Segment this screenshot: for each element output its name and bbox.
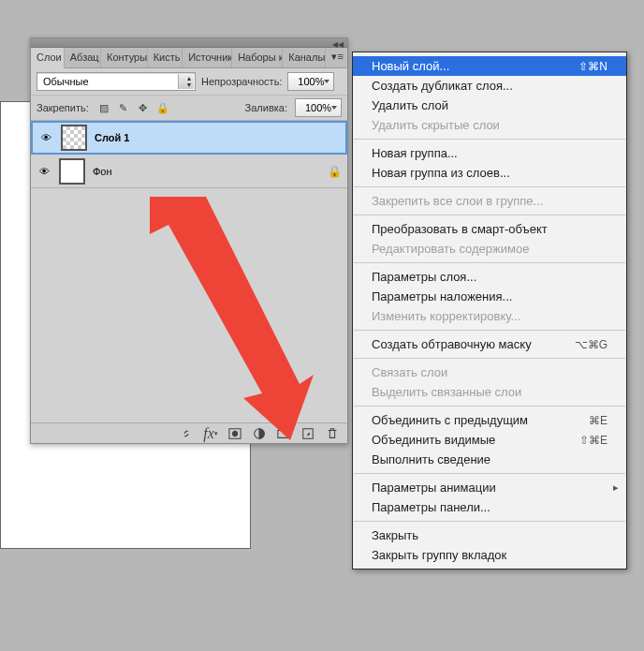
menu-blending-options[interactable]: Параметры наложения...	[353, 287, 626, 306]
panel-header[interactable]: ◀◀	[31, 38, 347, 48]
menu-separator	[354, 186, 625, 187]
menu-item-label: Параметры панели...	[372, 500, 490, 514]
menu-link-layers: Связать слои	[353, 362, 626, 382]
menu-animation-options[interactable]: Параметры анимации	[353, 478, 626, 497]
lock-pixels-icon[interactable]: ✎	[116, 100, 131, 115]
new-layer-icon[interactable]	[300, 426, 315, 441]
layer-row[interactable]: 👁 Фон 🔒	[31, 155, 347, 188]
tab-paths[interactable]: Контуры	[101, 48, 148, 67]
menu-merge-down[interactable]: Объединить с предыдущим ⌘E	[353, 410, 626, 430]
fill-value: 100%	[305, 102, 331, 113]
menu-item-label: Параметры наложения...	[372, 289, 512, 303]
menu-item-label: Выделить связанные слои	[372, 385, 521, 399]
menu-item-label: Изменить корректировку...	[372, 309, 520, 323]
tab-layers[interactable]: Слои	[31, 48, 65, 68]
menu-item-label: Связать слои	[372, 365, 447, 379]
panel-menu-button[interactable]: ▾≡	[326, 48, 347, 67]
menu-item-label: Параметры слоя...	[372, 270, 476, 284]
link-layers-icon[interactable]	[179, 426, 194, 441]
menu-item-label: Новая группа из слоев...	[372, 166, 510, 180]
menu-item-label: Объединить с предыдущим	[372, 413, 528, 427]
lock-transparency-icon[interactable]: ▨	[96, 100, 111, 115]
blend-mode-value: Обычные	[43, 76, 89, 87]
lock-label: Закрепить:	[37, 102, 89, 113]
menu-new-layer[interactable]: Новый слой... ⇧⌘N	[353, 56, 626, 76]
menu-lock-group-layers: Закрепить все слои в группе...	[353, 191, 626, 211]
lock-all-icon[interactable]: 🔒	[155, 100, 170, 115]
menu-item-label: Удалить слой	[372, 98, 448, 112]
menu-item-label: Редактировать содержимое	[372, 242, 529, 256]
collapse-icon[interactable]: ◀◀	[332, 40, 344, 49]
svg-point-1	[232, 431, 237, 436]
layer-name[interactable]: Фон	[93, 166, 320, 177]
menu-close-tab-group[interactable]: Закрыть группу вкладок	[353, 545, 626, 565]
menu-duplicate-layer[interactable]: Создать дубликат слоя...	[353, 76, 626, 96]
layers-panel-menu: Новый слой... ⇧⌘N Создать дубликат слоя.…	[352, 52, 627, 570]
menu-separator	[354, 521, 625, 522]
menu-item-label: Новая группа...	[372, 146, 458, 160]
menu-separator	[354, 215, 625, 215]
delete-layer-icon[interactable]	[325, 426, 340, 441]
menu-convert-smart-object[interactable]: Преобразовать в смарт-объект	[353, 219, 626, 239]
layer-style-icon[interactable]: fx▾	[203, 426, 218, 441]
lock-icon: 🔒	[328, 165, 342, 178]
tab-brush[interactable]: Кисть	[148, 48, 183, 67]
menu-flatten[interactable]: Выполнить сведение	[353, 450, 626, 469]
tab-clone-source[interactable]: Источник	[183, 48, 232, 67]
menu-clipping-mask[interactable]: Создать обтравочную маску ⌥⌘G	[353, 334, 626, 354]
menu-new-group[interactable]: Новая группа...	[353, 143, 626, 163]
layer-thumbnail[interactable]	[61, 125, 87, 151]
select-arrows-icon: ▴▾	[187, 75, 191, 88]
menu-item-label: Удалить скрытые слои	[372, 118, 500, 132]
fill-label: Заливка:	[245, 102, 287, 113]
menu-panel-options[interactable]: Параметры панели...	[353, 497, 626, 517]
menu-shortcut: ⇧⌘N	[578, 60, 607, 73]
lock-position-icon[interactable]: ✥	[136, 100, 151, 115]
tab-tool-presets[interactable]: Наборы к	[232, 48, 283, 67]
lock-row: Закрепить: ▨ ✎ ✥ 🔒 Заливка: 100%	[31, 96, 347, 121]
blend-row: Обычные ▴▾ Непрозрачность: 100%	[31, 68, 347, 96]
menu-item-label: Создать обтравочную маску	[372, 337, 532, 351]
panel-footer: fx▾	[31, 422, 347, 443]
menu-separator	[354, 262, 625, 263]
layers-list: 👁 Слой 1 👁 Фон 🔒	[31, 121, 347, 188]
layer-mask-icon[interactable]	[227, 426, 242, 441]
visibility-icon[interactable]: 👁	[37, 166, 51, 177]
menu-item-label: Выполнить сведение	[372, 452, 490, 466]
menu-edit-contents: Редактировать содержимое	[353, 239, 626, 259]
tab-paragraph[interactable]: Абзац	[65, 48, 101, 67]
layer-name[interactable]: Слой 1	[95, 132, 340, 143]
menu-edit-adjustment: Изменить корректировку...	[353, 306, 626, 326]
menu-item-label: Параметры анимации	[372, 481, 496, 495]
new-group-icon[interactable]	[276, 426, 291, 441]
menu-item-label: Закрыть	[372, 528, 418, 542]
opacity-value: 100%	[298, 76, 324, 87]
menu-merge-visible[interactable]: Объединить видимые ⇧⌘E	[353, 430, 626, 450]
menu-separator	[354, 406, 625, 407]
tab-channels[interactable]: Каналы	[283, 48, 326, 67]
lock-icons: ▨ ✎ ✥ 🔒	[96, 100, 170, 115]
menu-separator	[354, 358, 625, 359]
menu-separator	[354, 473, 625, 474]
menu-item-label: Создать дубликат слоя...	[372, 79, 513, 93]
layers-panel: ◀◀ Слои Абзац Контуры Кисть Источник Наб…	[30, 37, 348, 444]
menu-close[interactable]: Закрыть	[353, 525, 626, 545]
menu-shortcut: ⌥⌘G	[575, 338, 607, 351]
menu-item-label: Преобразовать в смарт-объект	[372, 222, 548, 236]
adjustment-layer-icon[interactable]	[252, 426, 267, 441]
opacity-label: Непрозрачность:	[201, 76, 282, 87]
menu-select-linked: Выделить связанные слои	[353, 382, 626, 402]
blend-mode-select[interactable]: Обычные ▴▾	[37, 72, 196, 91]
fill-input[interactable]: 100%	[295, 98, 342, 117]
menu-item-label: Объединить видимые	[372, 433, 495, 447]
menu-group-from-layers[interactable]: Новая группа из слоев...	[353, 163, 626, 183]
layer-row[interactable]: 👁 Слой 1	[31, 121, 347, 155]
menu-item-label: Закрыть группу вкладок	[372, 548, 506, 562]
menu-delete-hidden: Удалить скрытые слои	[353, 115, 626, 135]
opacity-input[interactable]: 100%	[287, 72, 334, 91]
layer-thumbnail[interactable]	[59, 158, 85, 185]
menu-separator	[354, 139, 625, 140]
menu-layer-properties[interactable]: Параметры слоя...	[353, 267, 626, 287]
menu-delete-layer[interactable]: Удалить слой	[353, 96, 626, 115]
visibility-icon[interactable]: 👁	[38, 132, 53, 143]
